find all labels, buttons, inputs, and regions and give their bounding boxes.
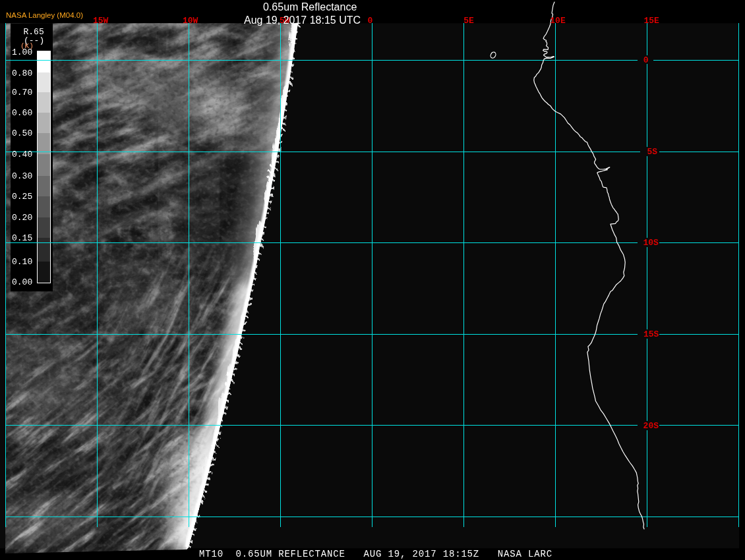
svg-text:0.25: 0.25 [12, 192, 32, 202]
svg-text:0.70: 0.70 [12, 88, 32, 98]
svg-text:10W: 10W [183, 16, 198, 26]
svg-text:0.80: 0.80 [12, 69, 32, 78]
svg-text:0.15: 0.15 [12, 233, 32, 243]
svg-text:15E: 15E [643, 16, 659, 26]
svg-text:0: 0 [368, 16, 373, 26]
svg-text:5E: 5E [463, 16, 474, 26]
svg-text:0.00: 0.00 [12, 277, 32, 287]
svg-text:0.30: 0.30 [12, 171, 32, 181]
svg-text:20S: 20S [643, 421, 659, 431]
svg-text:15W: 15W [93, 16, 109, 26]
svg-text:0.60: 0.60 [12, 108, 32, 118]
svg-text:0.20: 0.20 [12, 213, 32, 223]
svg-text:0.50: 0.50 [12, 128, 32, 138]
svg-text:0: 0 [643, 55, 649, 65]
svg-text:0.10: 0.10 [12, 257, 32, 267]
svg-text:5S: 5S [647, 147, 657, 157]
svg-text:1.00: 1.00 [12, 47, 32, 57]
svg-text:15S: 15S [643, 329, 659, 339]
svg-text:10S: 10S [643, 238, 659, 248]
svg-text:10E: 10E [550, 16, 566, 26]
svg-text:0.40: 0.40 [12, 150, 32, 159]
